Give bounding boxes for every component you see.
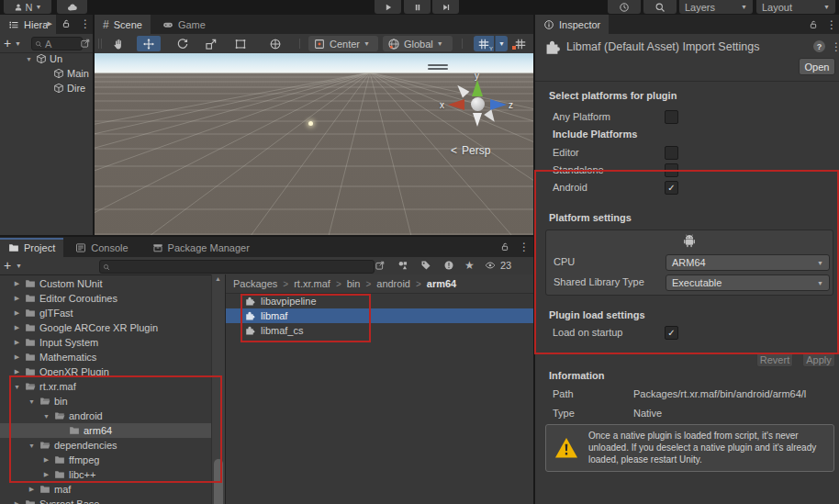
space-mode-dropdown[interactable]: Global ▼ bbox=[383, 36, 453, 51]
layout-dropdown[interactable]: Layout ▼ bbox=[756, 0, 835, 14]
asset-row[interactable]: libavpipeline bbox=[226, 294, 533, 308]
axis-neg-cone[interactable] bbox=[473, 113, 482, 127]
tree-item[interactable]: ▶Custom NUnit bbox=[0, 276, 211, 291]
chevron-down-icon[interactable]: ▼ bbox=[16, 263, 22, 269]
toolbar-grip[interactable] bbox=[98, 39, 99, 49]
tree-item[interactable]: ▶Editor Coroutines bbox=[0, 291, 211, 306]
expand-arrow-icon[interactable]: ▶ bbox=[13, 339, 21, 346]
rect-tool-button[interactable] bbox=[229, 36, 252, 51]
favorites-icon[interactable]: ★ bbox=[464, 259, 475, 272]
project-search-input[interactable] bbox=[99, 260, 375, 274]
scroll-up-icon[interactable]: ▲ bbox=[215, 275, 221, 282]
hierarchy-scene-row[interactable]: ▼ Un ⋮ bbox=[0, 51, 95, 66]
axis-z-cone[interactable] bbox=[490, 99, 507, 110]
step-button[interactable] bbox=[432, 0, 459, 14]
hand-tool-button[interactable] bbox=[106, 36, 130, 51]
panel-menu-icon[interactable]: ⋮ bbox=[826, 18, 837, 31]
axis-y-cone[interactable] bbox=[472, 80, 483, 96]
scale-tool-button[interactable] bbox=[199, 36, 223, 51]
account-button[interactable]: N ▼ bbox=[4, 0, 51, 14]
tree-item[interactable]: ▼bin bbox=[0, 394, 211, 409]
tree-item[interactable]: ▶glTFast bbox=[0, 306, 211, 320]
pivot-mode-dropdown[interactable]: Center ▼ bbox=[308, 36, 378, 51]
expand-arrow-icon[interactable]: ▼ bbox=[13, 384, 21, 390]
revert-button[interactable]: Revert bbox=[756, 352, 793, 367]
standalone-checkbox[interactable] bbox=[665, 163, 678, 177]
grid-snap-dropdown[interactable]: ▼ bbox=[495, 36, 508, 51]
expand-arrow-icon[interactable]: ▼ bbox=[25, 56, 33, 62]
axis-neg-cone[interactable] bbox=[484, 109, 498, 124]
tree-item[interactable]: ▶OpenXR Plugin bbox=[0, 364, 211, 379]
axis-neg-cone[interactable] bbox=[454, 82, 470, 97]
expand-arrow-icon[interactable]: ▶ bbox=[13, 353, 21, 361]
expand-arrow-icon[interactable]: ▶ bbox=[13, 309, 21, 317]
expand-arrow-icon[interactable]: ▶ bbox=[42, 456, 50, 464]
help-icon[interactable]: ? bbox=[813, 40, 825, 52]
breadcrumb-item[interactable]: android bbox=[376, 278, 410, 289]
orientation-gizmo[interactable]: y x z bbox=[448, 76, 507, 135]
hierarchy-item-directional-light[interactable]: Dire bbox=[0, 81, 95, 95]
undo-history-button[interactable] bbox=[608, 0, 641, 14]
editor-checkbox[interactable] bbox=[665, 146, 678, 160]
expand-arrow-icon[interactable]: ▶ bbox=[28, 486, 36, 493]
header-menu-icon[interactable]: ⋮ bbox=[831, 40, 839, 53]
expand-arrow-icon[interactable]: ▶ bbox=[13, 295, 21, 302]
panel-menu-icon[interactable]: ⋮ bbox=[80, 17, 91, 30]
expand-arrow-icon[interactable]: ▶ bbox=[13, 500, 21, 504]
scene-viewport[interactable]: y x z < Persp bbox=[95, 53, 533, 236]
search-everywhere-button[interactable] bbox=[643, 0, 677, 14]
tree-item-selected[interactable]: arm64 bbox=[0, 423, 211, 438]
tab-inspector[interactable]: Inspector bbox=[535, 15, 609, 34]
increment-snap-button[interactable] bbox=[510, 36, 531, 51]
tree-item[interactable]: ▼dependencies bbox=[0, 438, 211, 453]
play-button[interactable] bbox=[375, 0, 401, 14]
asset-row[interactable]: libmaf_cs bbox=[226, 323, 533, 338]
projection-label[interactable]: < Persp bbox=[451, 144, 490, 157]
importance-filter-icon[interactable] bbox=[443, 260, 454, 271]
tree-item[interactable]: ▶libc++ bbox=[0, 467, 211, 482]
expand-arrow-icon[interactable]: ▶ bbox=[13, 368, 21, 375]
expand-arrow-icon[interactable]: ▶ bbox=[13, 324, 21, 331]
create-button[interactable]: + bbox=[4, 36, 11, 50]
tree-item[interactable]: ▶Input System bbox=[0, 335, 211, 350]
open-search-window-icon[interactable] bbox=[375, 260, 386, 271]
pause-button[interactable] bbox=[404, 0, 431, 14]
shared-library-type-dropdown[interactable]: Executable ▼ bbox=[666, 274, 830, 291]
asset-row-selected[interactable]: libmaf bbox=[226, 308, 533, 323]
overlay-menu-handle[interactable] bbox=[428, 62, 448, 72]
hidden-count-eye-icon[interactable] bbox=[485, 260, 496, 271]
android-tab-icon[interactable] bbox=[683, 234, 697, 248]
cpu-dropdown[interactable]: ARM64 ▼ bbox=[666, 254, 830, 271]
tree-item[interactable]: ▼rt.xr.maf bbox=[0, 379, 211, 394]
tab-project[interactable]: Project bbox=[0, 238, 63, 257]
tab-scene[interactable]: # Scene bbox=[95, 15, 151, 34]
tree-item[interactable]: ▼android bbox=[0, 409, 211, 423]
breadcrumb-item[interactable]: Packages bbox=[233, 278, 277, 289]
any-platform-checkbox[interactable] bbox=[665, 110, 678, 124]
tab-game[interactable]: Game bbox=[154, 15, 214, 34]
layers-dropdown[interactable]: Layers ▼ bbox=[679, 0, 753, 14]
tree-item[interactable]: ▶Sysroot Base bbox=[0, 497, 211, 504]
open-button[interactable]: Open bbox=[799, 58, 835, 75]
axis-x-cone[interactable] bbox=[448, 99, 464, 110]
tree-item[interactable]: ▶Google ARCore XR Plugin bbox=[0, 320, 211, 335]
android-checkbox[interactable]: ✓ bbox=[665, 181, 678, 195]
expand-arrow-icon[interactable]: ▼ bbox=[28, 442, 36, 449]
transform-tool-button[interactable] bbox=[263, 36, 287, 51]
gizmo-center[interactable] bbox=[471, 97, 485, 111]
tab-package-manager[interactable]: Package Manager bbox=[144, 238, 258, 257]
expand-arrow-icon[interactable]: ▶ bbox=[13, 280, 21, 287]
light-gizmo[interactable] bbox=[308, 121, 313, 126]
lock-icon[interactable] bbox=[499, 241, 510, 252]
panel-menu-icon[interactable]: ⋮ bbox=[519, 241, 530, 253]
apply-button[interactable]: Apply bbox=[802, 352, 835, 367]
tree-item[interactable]: ▶maf bbox=[0, 482, 211, 497]
open-search-window-icon[interactable] bbox=[80, 38, 91, 49]
breadcrumb-item-current[interactable]: arm64 bbox=[427, 278, 456, 289]
search-by-label-icon[interactable] bbox=[420, 260, 431, 271]
expand-arrow-icon[interactable]: ▼ bbox=[42, 413, 50, 420]
cloud-button[interactable] bbox=[57, 0, 87, 14]
load-on-startup-checkbox[interactable]: ✓ bbox=[665, 326, 678, 340]
lock-icon[interactable] bbox=[61, 18, 72, 29]
tab-console[interactable]: Console bbox=[67, 238, 136, 257]
